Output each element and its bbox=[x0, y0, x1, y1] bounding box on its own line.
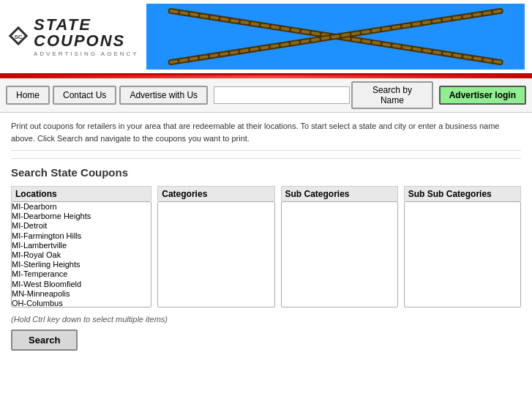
sub-sub-categories-column: Sub Sub Categories bbox=[404, 186, 521, 307]
svg-text:SC: SC bbox=[14, 34, 22, 40]
search-name-area: Search by Name bbox=[214, 81, 433, 109]
logo-area: SC STATE COUPONS ADVERTISING AGENCY bbox=[0, 11, 146, 63]
sub-sub-categories-header: Sub Sub Categories bbox=[404, 186, 521, 201]
sub-categories-column: Sub Categories bbox=[281, 186, 398, 307]
hold-ctrl-text: (Hold Ctrl key down to select multiple i… bbox=[11, 315, 521, 324]
sub-sub-categories-listbox[interactable] bbox=[404, 201, 521, 307]
logo-tagline: ADVERTISING AGENCY bbox=[34, 51, 139, 57]
search-by-name-button[interactable]: Search by Name bbox=[351, 81, 432, 109]
navbar: Home Contact Us Advertise with Us Search… bbox=[0, 78, 532, 113]
home-button[interactable]: Home bbox=[6, 86, 50, 105]
locations-header: Locations bbox=[11, 186, 151, 201]
logo-state: STATE bbox=[34, 17, 139, 33]
categories-header: Categories bbox=[157, 186, 274, 201]
sub-categories-listbox[interactable] bbox=[281, 201, 398, 307]
categories-listbox[interactable] bbox=[157, 201, 274, 307]
logo-text: STATE COUPONS ADVERTISING AGENCY bbox=[34, 17, 139, 57]
advertiser-login-button[interactable]: Advertiser login bbox=[439, 86, 526, 105]
divider bbox=[11, 158, 521, 159]
logo-coupons: COUPONS bbox=[34, 33, 139, 49]
contact-button[interactable]: Contact Us bbox=[53, 86, 116, 105]
logo-row: SC STATE COUPONS ADVERTISING AGENCY bbox=[7, 17, 139, 57]
banner-image bbox=[146, 4, 525, 70]
lists-section: Locations MI-Dearborn MI-Dearborne Heigh… bbox=[11, 186, 521, 307]
main-content: Print out coupons for retailers in your … bbox=[0, 113, 532, 358]
intro-text: Print out coupons for retailers in your … bbox=[11, 120, 521, 151]
locations-listbox[interactable]: MI-Dearborn MI-Dearborne Heights MI-Detr… bbox=[11, 201, 151, 307]
logo-icon: SC bbox=[7, 25, 29, 49]
search-button[interactable]: Search bbox=[11, 329, 78, 351]
sub-categories-header: Sub Categories bbox=[281, 186, 398, 201]
advertise-button[interactable]: Advertise with Us bbox=[119, 86, 208, 105]
search-name-input[interactable] bbox=[214, 86, 350, 104]
page-title: Search State Coupons bbox=[11, 166, 521, 179]
header: SC STATE COUPONS ADVERTISING AGENCY bbox=[0, 0, 532, 75]
categories-column: Categories bbox=[157, 186, 274, 307]
locations-column: Locations MI-Dearborn MI-Dearborne Heigh… bbox=[11, 186, 151, 307]
